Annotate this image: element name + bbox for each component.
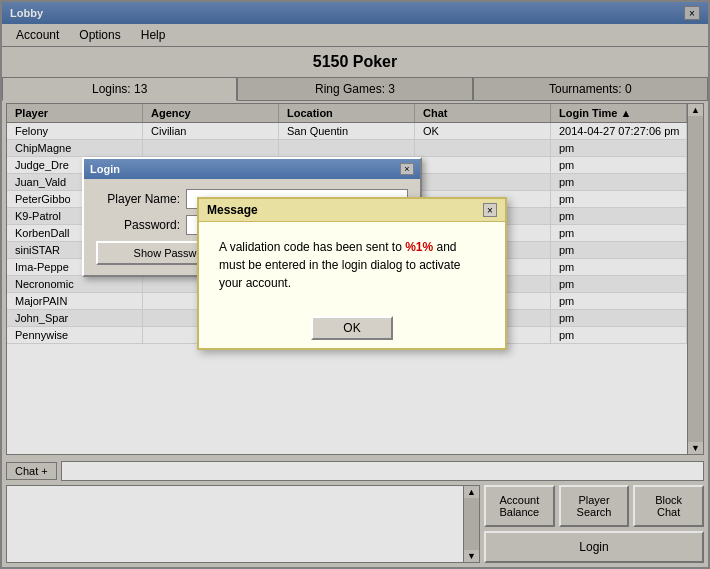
login-dialog-title: Login <box>90 163 120 175</box>
message-dialog-title: Message <box>207 203 258 217</box>
main-window: Lobby × Account Options Help 5150 Poker … <box>0 0 710 569</box>
message-dialog: Message × A validation code has been sen… <box>197 197 507 350</box>
message-dialog-titlebar: Message × <box>199 199 505 222</box>
password-label: Password: <box>96 218 186 232</box>
player-name-label: Player Name: <box>96 192 186 206</box>
message-dialog-close-button[interactable]: × <box>483 203 497 217</box>
message-text-part1: A validation code has been sent to <box>219 240 405 254</box>
login-dialog-close-button[interactable]: × <box>400 163 414 175</box>
message-ok-button[interactable]: OK <box>311 316 392 340</box>
message-ok-row: OK <box>199 308 505 348</box>
login-dialog-titlebar: Login × <box>84 159 420 179</box>
message-text-highlight: %1% <box>405 240 433 254</box>
message-dialog-body: A validation code has been sent to %1% a… <box>199 222 505 308</box>
